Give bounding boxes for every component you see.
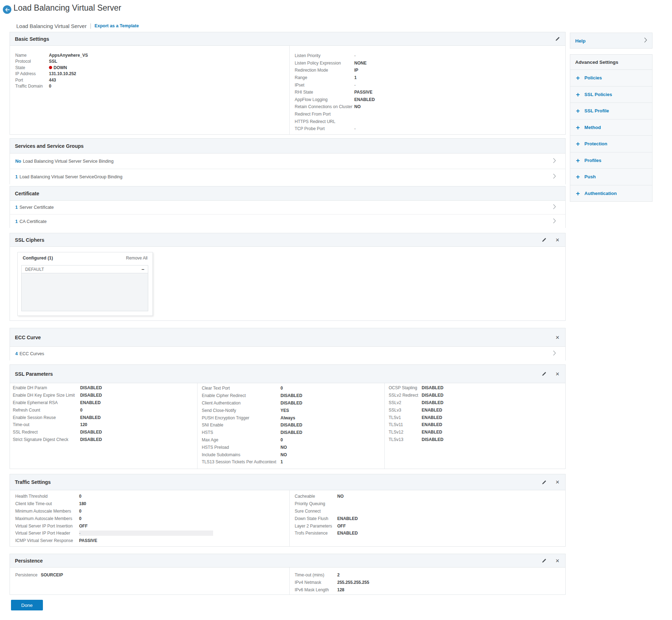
field-value: OFF	[79, 524, 88, 529]
field-label: Virtual Server IP Port Header	[15, 531, 70, 536]
field-label: Send Close-Notify	[202, 408, 236, 413]
field-value: ENABLED	[422, 430, 442, 435]
advanced-item-profiles[interactable]: + Profiles	[570, 152, 652, 169]
close-icon[interactable]: ×	[554, 370, 561, 378]
advanced-item-authentication[interactable]: + Authentication	[570, 185, 652, 202]
servicegroup-binding-row[interactable]: 1 Load Balancing Virtual Server ServiceG…	[10, 169, 565, 185]
field-label: SSLv2 Redirect	[389, 393, 418, 398]
close-icon[interactable]: ×	[554, 334, 561, 341]
field-value: YES	[281, 408, 289, 413]
remove-cipher-minus-icon[interactable]: −	[141, 267, 144, 272]
column-divider	[289, 490, 290, 546]
field-label: TLSv12	[389, 430, 403, 435]
export-as-template-link[interactable]: Export as a Template	[95, 23, 139, 28]
field-value: 1	[281, 459, 283, 464]
ca-certificate-row[interactable]: 1 CA Certificate	[10, 214, 565, 228]
cipher-list-item[interactable]: DEFAULT −	[22, 266, 148, 273]
edit-pencil-icon[interactable]	[540, 557, 548, 564]
field-label: IPv6 Mask Length	[295, 587, 329, 592]
field-label: Minimum Autoscale Members	[15, 509, 71, 514]
advanced-item-ssl-profile[interactable]: + SSL Profile	[570, 103, 652, 119]
basic-settings-section: Basic Settings NameAppsAnywhere_VSProtoc…	[10, 32, 566, 135]
field-value: DISABLED	[80, 437, 102, 442]
chevron-right-icon	[553, 218, 556, 225]
section-title: Certificate	[15, 191, 39, 196]
tab-load-balancing-virtual-server[interactable]: Load Balancing Virtual Server	[16, 23, 87, 29]
field-label: SSLv3	[389, 408, 401, 413]
field-label: HSTS	[202, 430, 213, 435]
plus-icon: +	[576, 74, 580, 81]
advanced-item-push[interactable]: + Push	[570, 169, 652, 185]
edit-pencil-icon[interactable]	[540, 479, 548, 486]
field-value: 128	[337, 587, 344, 592]
configured-ciphers-head: Configured (1) Remove All	[23, 256, 148, 261]
chevron-right-icon	[644, 37, 647, 44]
service-binding-row[interactable]: No Load Balancing Virtual Server Service…	[10, 153, 565, 169]
field-label: Protocol	[15, 59, 31, 64]
field-label: SNI Enable	[202, 423, 223, 428]
tab-separator: |	[90, 22, 91, 29]
advanced-item-label: Authentication	[584, 191, 617, 196]
close-icon[interactable]: ×	[554, 236, 561, 244]
x-glyph: ×	[556, 558, 560, 564]
close-icon[interactable]: ×	[554, 557, 561, 564]
chevron-right-icon	[553, 204, 556, 211]
field-value: ENABLED	[422, 408, 442, 413]
x-glyph: ×	[556, 237, 560, 243]
back-arrow-icon	[5, 8, 10, 12]
edit-pencil-icon[interactable]	[540, 236, 548, 244]
field-value: DISABLED	[281, 393, 302, 398]
help-panel[interactable]: Help	[570, 33, 652, 49]
field-value: IP	[354, 68, 358, 73]
ecc-curves-row[interactable]: 4 ECC Curves	[10, 347, 565, 361]
field-label: Virtual Server IP Port Insertion	[15, 524, 73, 529]
chevron-right-icon	[553, 158, 556, 164]
edit-pencil-icon[interactable]	[554, 35, 561, 43]
remove-all-link[interactable]: Remove All	[126, 256, 148, 261]
field-value: NO	[354, 104, 361, 109]
field-label: Trofs Persistence	[295, 531, 328, 536]
field-label: Enable Session Reuse	[13, 415, 56, 420]
ssl-ciphers-header: SSL Ciphers ×	[10, 233, 565, 247]
field-label: TLS13 Session Tickets Per Authcontext	[202, 459, 276, 464]
x-glyph: ×	[556, 479, 560, 485]
field-value: -	[79, 531, 213, 536]
plus-icon: +	[576, 157, 580, 164]
plus-icon: +	[576, 107, 580, 114]
field-label: Strict Signature Digest Check	[13, 437, 68, 442]
traffic-settings-section: Traffic Settings × Health Threshold0Clie…	[10, 474, 566, 547]
close-icon[interactable]: ×	[554, 479, 561, 486]
field-value: ENABLED	[80, 400, 101, 405]
binding-count: 1	[15, 219, 18, 224]
advanced-item-label: SSL Policies	[584, 92, 612, 97]
plus-icon: +	[576, 173, 580, 180]
advanced-item-protection[interactable]: + Protection	[570, 136, 652, 152]
edit-pencil-icon[interactable]	[540, 370, 548, 378]
advanced-item-label: Profiles	[584, 158, 601, 163]
field-value: SOURCEIP	[41, 572, 63, 577]
ssl-parameters-header: SSL Parameters ×	[10, 365, 565, 383]
configured-ciphers-list: DEFAULT −	[21, 265, 148, 311]
advanced-item-policies[interactable]: + Policies	[570, 70, 652, 86]
server-certificate-row[interactable]: 1 Server Certificate	[10, 201, 565, 214]
advanced-item-ssl-policies[interactable]: + SSL Policies	[570, 86, 652, 103]
chevron-right-icon	[553, 351, 556, 357]
status-down-dot	[49, 66, 52, 69]
field-label: State	[15, 65, 25, 70]
field-value: -	[354, 83, 356, 88]
plus-icon: +	[576, 190, 580, 197]
binding-text: Server Certificate	[20, 205, 54, 210]
binding-count: 1	[15, 174, 18, 179]
field-label: Enable Cipher Redirect	[202, 393, 246, 398]
certificate-section: Certificate 1 Server Certificate 1 CA Ce…	[10, 186, 566, 228]
done-button[interactable]: Done	[11, 600, 43, 610]
column-divider	[197, 383, 198, 469]
field-label: HTTPS Redirect URL	[295, 119, 335, 124]
back-button[interactable]	[3, 5, 11, 14]
field-value: ENABLED	[354, 97, 375, 102]
field-label: Client Idle Time-out	[15, 501, 52, 506]
certificate-header: Certificate	[10, 186, 565, 201]
field-value: PASSIVE	[354, 90, 372, 95]
field-label: Priority Queuing	[295, 501, 325, 506]
advanced-item-method[interactable]: + Method	[570, 119, 652, 136]
